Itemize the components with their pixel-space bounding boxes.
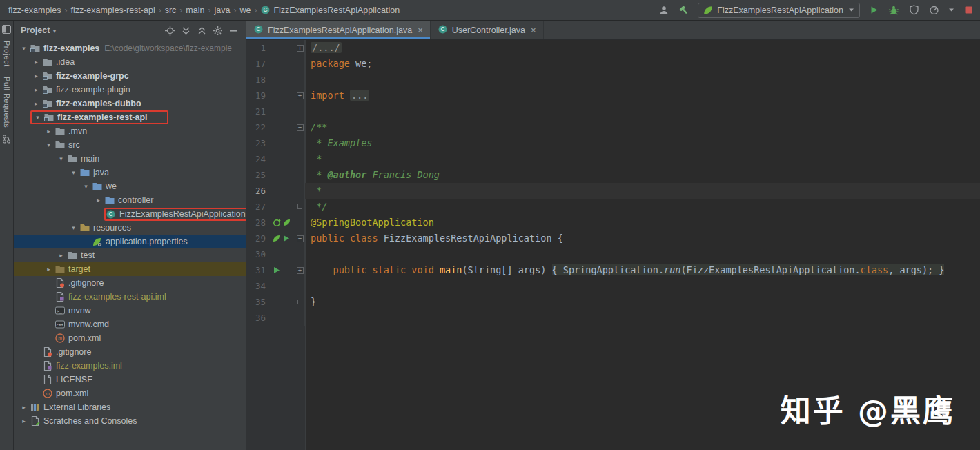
run-button[interactable] (868, 4, 880, 17)
chevron-right-icon[interactable]: ▸ (92, 197, 104, 204)
tree-item[interactable]: >_mvnw (14, 304, 246, 317)
fold-marker-icon[interactable]: + (297, 92, 304, 99)
fold-marker-icon[interactable]: − (297, 124, 304, 131)
chevron-right-icon[interactable]: ▸ (30, 59, 42, 66)
tree-item[interactable]: ▸fizz-examples-dubbo (14, 97, 246, 110)
tree-item[interactable]: fizz-examples.iml (14, 359, 246, 373)
chevron-down-icon[interactable]: ▾ (68, 169, 79, 176)
tree-item[interactable]: ▾java (14, 166, 246, 179)
hide-panel-icon[interactable] (227, 24, 240, 37)
chevron-right-icon[interactable]: ▸ (18, 418, 30, 424)
stop-button[interactable] (962, 4, 974, 17)
tree-item[interactable]: ▾fizz-examples-rest-api (14, 110, 246, 124)
debug-button[interactable] (888, 4, 900, 17)
run-more-chevron-icon[interactable] (948, 4, 954, 17)
tree-item[interactable]: application.properties (14, 235, 246, 248)
breadcrumb-item[interactable]: CFizzExamplesRestApiApplication (259, 5, 401, 15)
chevron-right-icon[interactable]: ▸ (30, 86, 42, 93)
tree-item[interactable]: LICENSE (14, 373, 246, 387)
chevron-down-icon[interactable]: ▾ (18, 45, 30, 52)
pull-requests-icon[interactable] (2, 135, 11, 144)
tree-item[interactable]: ▾main (14, 152, 246, 166)
tab-close-icon[interactable]: × (418, 25, 423, 35)
editor-line: 23 * Examples (246, 135, 980, 151)
tree-item[interactable]: fizz-examples-rest-api.iml (14, 290, 246, 304)
chevron-right-icon[interactable]: ▸ (43, 266, 55, 273)
project-tool-window-icon[interactable] (2, 25, 11, 34)
chevron-right-icon[interactable]: ▸ (18, 404, 30, 411)
gutter-icons (271, 56, 295, 72)
tree-item[interactable]: ▾src (14, 138, 246, 152)
tree-item[interactable]: ▸test (14, 248, 246, 262)
collapse-all-icon[interactable] (195, 24, 208, 37)
chevron-right-icon[interactable]: ▸ (55, 252, 67, 259)
fold-marker-icon[interactable] (297, 300, 302, 304)
chevron-down-icon[interactable]: ▾ (55, 155, 67, 162)
tree-item[interactable]: ▸External Libraries (14, 400, 246, 414)
tree-item-label: src (68, 140, 80, 150)
breadcrumb-item[interactable]: src (164, 6, 178, 15)
tree-item[interactable]: .gitignore (14, 276, 246, 290)
build-hammer-icon[interactable] (678, 4, 690, 17)
stripe-project-button[interactable]: Project (3, 41, 11, 67)
project-panel-header: Project ▾ (14, 21, 246, 40)
breadcrumb-item[interactable]: we (238, 6, 252, 15)
tree-item[interactable]: ▸.mvn (14, 124, 246, 138)
line-number: 36 (246, 310, 271, 326)
chevron-down-icon[interactable]: ▾ (43, 141, 55, 148)
stripe-pull-requests-button[interactable]: Pull Requests (3, 77, 11, 128)
chevron-right-icon[interactable]: ▸ (30, 100, 42, 107)
gutter-run-icon[interactable] (273, 266, 280, 274)
editor-tab[interactable]: CUserController.java× (431, 21, 544, 39)
line-number: 27 (246, 199, 271, 215)
tree-item[interactable]: ▸.idea (14, 55, 246, 69)
breadcrumb-item[interactable]: fizz-examples (7, 6, 62, 15)
tree-item[interactable]: ▾fizz-examplesE:\code\gitworkspace\fizz-… (14, 41, 246, 55)
users-icon[interactable] (658, 4, 670, 17)
code-text: * @author Francis Dong (305, 167, 980, 183)
run-config-select[interactable]: FizzExamplesRestApiApplication (698, 3, 860, 18)
code-text: /** (305, 119, 980, 135)
coverage-button[interactable] (908, 4, 920, 17)
project-panel-title[interactable]: Project (21, 26, 50, 35)
expand-all-icon[interactable] (179, 24, 193, 37)
gutter-run-icon[interactable] (282, 235, 290, 242)
chevron-down-icon[interactable]: ▾ (80, 183, 92, 190)
tree-item[interactable]: ▸controller (14, 193, 246, 207)
gutter-leaf-icon[interactable] (283, 219, 291, 226)
chevron-down-icon[interactable]: ▾ (32, 114, 43, 121)
iml-icon (55, 291, 68, 302)
fold-marker-icon[interactable]: − (297, 235, 304, 242)
breadcrumb-item[interactable]: java (213, 6, 231, 15)
breadcrumb-item[interactable]: fizz-examples-rest-api (69, 6, 156, 15)
tree-item-label: resources (93, 223, 131, 233)
tree-item[interactable]: ▸target (14, 262, 246, 276)
tab-close-icon[interactable]: × (531, 25, 536, 35)
file-icon (42, 374, 56, 385)
gutter-bean-icon[interactable] (273, 219, 281, 227)
chevron-down-icon[interactable]: ▾ (68, 224, 79, 231)
chevron-right-icon[interactable]: ▸ (30, 72, 42, 79)
fold-marker-icon[interactable] (297, 204, 302, 209)
tree-item[interactable]: ▸fizz-example-plugin (14, 83, 246, 97)
breadcrumb-item[interactable]: main (184, 6, 206, 15)
chevron-right-icon[interactable]: ▸ (43, 128, 55, 135)
settings-gear-icon[interactable] (211, 24, 224, 37)
tree-item[interactable]: ▾resources (14, 221, 246, 235)
line-number: 23 (246, 135, 271, 151)
tree-item[interactable]: mpom.xml (14, 331, 246, 345)
editor-line: 30 (246, 246, 980, 262)
fold-marker-icon[interactable]: + (297, 267, 304, 274)
locate-icon[interactable] (164, 24, 177, 37)
tree-item[interactable]: ▸Scratches and Consoles (14, 414, 246, 428)
profiler-button[interactable] (928, 4, 940, 17)
tree-item[interactable]: mpom.xml (14, 387, 246, 400)
tree-item[interactable]: ▾we (14, 179, 246, 193)
tree-item[interactable]: ▸fizz-example-grpc (14, 69, 246, 83)
tree-item[interactable]: .gitignore (14, 345, 246, 359)
tree-item[interactable]: cmdmvnw.cmd (14, 317, 246, 331)
fold-marker-icon[interactable]: + (297, 45, 304, 52)
tree-item[interactable]: CFizzExamplesRestApiApplication (14, 207, 246, 221)
gutter-leaf-icon[interactable] (273, 235, 280, 242)
editor-tab[interactable]: CFizzExamplesRestApiApplication.java× (246, 21, 431, 39)
